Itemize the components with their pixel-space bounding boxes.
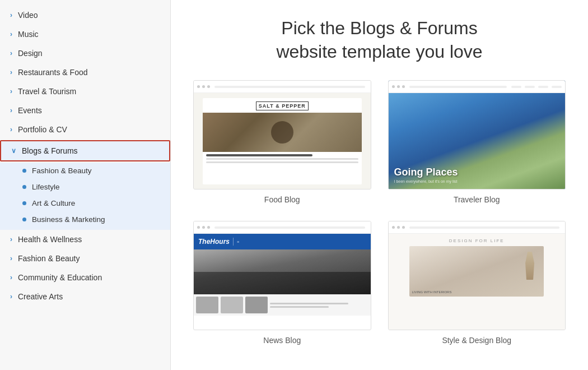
sidebar-item-community[interactable]: › Community & Education xyxy=(0,268,170,287)
news-thumb xyxy=(245,297,268,313)
sidebar-item-label: Music xyxy=(18,30,39,39)
browser-bar xyxy=(214,86,365,88)
news-line xyxy=(270,306,329,308)
style-hero-image: LIVING WITH INTERIORS xyxy=(409,246,544,297)
news-blog-preview: TheHours ≡ xyxy=(193,221,371,330)
template-card-food-blog[interactable]: SALT & PEPPER Food Blog xyxy=(193,80,371,204)
chevron-down-icon: ∨ xyxy=(11,147,16,155)
browser-dot xyxy=(202,85,205,88)
bullet-icon xyxy=(22,201,26,205)
style-caption: LIVING WITH INTERIORS xyxy=(412,290,451,294)
news-line xyxy=(270,303,348,304)
food-circle-element xyxy=(271,121,293,144)
chevron-right-icon: › xyxy=(10,126,12,133)
chevron-right-icon: › xyxy=(10,87,12,95)
page-title: Pick the Blogs & Forums website template… xyxy=(193,17,566,63)
browser-dot xyxy=(197,85,200,88)
sidebar-item-label: Events xyxy=(18,106,42,115)
browser-header xyxy=(389,81,566,93)
browser-dot xyxy=(202,226,205,229)
template-card-traveler-blog[interactable]: Going Places I been everywhere, but it's… xyxy=(388,80,566,204)
template-card-style-blog[interactable]: DESIGN FOR LIFE LIVING WITH INTERIORS St… xyxy=(388,221,566,345)
sidebar-item-label: Blogs & Forums xyxy=(22,146,78,155)
browser-dot xyxy=(402,85,405,88)
chevron-right-icon: › xyxy=(10,235,12,243)
news-thumbnails xyxy=(194,294,371,316)
sidebar-item-health[interactable]: › Health & Wellness xyxy=(0,230,170,249)
browser-dot xyxy=(197,226,200,229)
sub-item-label: Lifestyle xyxy=(32,183,60,191)
sidebar-item-label: Portfolio & CV xyxy=(18,125,67,134)
style-vase-element xyxy=(524,252,535,280)
sidebar-item-label: Creative Arts xyxy=(18,292,63,301)
sidebar-item-video[interactable]: › Video xyxy=(0,6,170,25)
sub-item-fashion[interactable]: Fashion & Beauty xyxy=(0,163,170,179)
browser-dot xyxy=(207,85,210,88)
sidebar-item-music[interactable]: › Music xyxy=(0,25,170,44)
news-thumb xyxy=(196,297,218,313)
browser-dot xyxy=(392,85,395,88)
browser-bar xyxy=(214,226,365,229)
browser-bar xyxy=(409,86,507,88)
sidebar-item-label: Health & Wellness xyxy=(18,235,82,244)
news-hero-image xyxy=(194,249,371,294)
news-logo: TheHours xyxy=(198,238,230,246)
sidebar-item-portfolio[interactable]: › Portfolio & CV xyxy=(0,120,170,139)
sidebar-item-label: Community & Education xyxy=(18,273,102,282)
food-blog-preview: SALT & PEPPER xyxy=(193,80,371,189)
sub-item-label: Fashion & Beauty xyxy=(32,166,92,175)
traveler-hero-image: Going Places I been everywhere, but it's… xyxy=(389,93,566,189)
sidebar: › Video › Music › Design › Restaurants &… xyxy=(0,0,171,370)
browser-dot xyxy=(207,226,210,229)
chevron-right-icon: › xyxy=(10,274,12,281)
template-label: News Blog xyxy=(263,336,301,345)
chevron-right-icon: › xyxy=(10,293,12,300)
sidebar-item-events[interactable]: › Events xyxy=(0,101,170,120)
bullet-icon xyxy=(22,185,26,189)
template-grid: SALT & PEPPER Food Blog xyxy=(193,80,566,345)
template-card-news-blog[interactable]: TheHours ≡ xyxy=(193,221,371,345)
sub-item-label: Art & Culture xyxy=(32,199,75,207)
traveler-blog-preview: Going Places I been everywhere, but it's… xyxy=(388,80,566,189)
sidebar-item-label: Fashion & Beauty xyxy=(18,254,80,263)
food-body-line xyxy=(206,158,358,160)
sidebar-item-label: Restaurants & Food xyxy=(18,68,88,77)
sub-item-lifestyle[interactable]: Lifestyle xyxy=(0,179,170,195)
going-places-heading: Going Places xyxy=(394,166,458,179)
browser-dot xyxy=(392,226,395,229)
sidebar-item-creative[interactable]: › Creative Arts xyxy=(0,287,170,306)
news-hero-overlay xyxy=(194,272,371,294)
sub-item-art[interactable]: Art & Culture xyxy=(0,195,170,211)
sidebar-item-travel[interactable]: › Travel & Tourism xyxy=(0,82,170,101)
sidebar-item-restaurants[interactable]: › Restaurants & Food xyxy=(0,63,170,82)
food-body-line xyxy=(206,161,358,163)
sidebar-item-design[interactable]: › Design xyxy=(0,44,170,63)
blogs-sub-items: Fashion & Beauty Lifestyle Art & Culture… xyxy=(0,163,170,230)
main-content: Pick the Blogs & Forums website template… xyxy=(171,0,588,370)
browser-header xyxy=(194,81,371,93)
sub-item-business[interactable]: Business & Marketing xyxy=(0,211,170,228)
sidebar-item-label: Video xyxy=(18,11,38,20)
style-blog-logo: DESIGN FOR LIFE xyxy=(449,238,505,243)
news-blog-body: TheHours ≡ xyxy=(194,234,371,330)
chevron-right-icon: › xyxy=(10,11,12,19)
browser-dot xyxy=(397,226,400,229)
news-top-bar: TheHours ≡ xyxy=(194,234,371,249)
going-places-sub: I been everywhere, but it's on my list xyxy=(394,179,458,183)
browser-header xyxy=(389,221,566,234)
browser-bar xyxy=(409,226,560,229)
food-blog-content: SALT & PEPPER xyxy=(203,98,362,184)
news-tag: ≡ xyxy=(237,240,239,244)
sidebar-item-blogs[interactable]: ∨ Blogs & Forums xyxy=(0,140,170,161)
chevron-right-icon: › xyxy=(10,255,12,262)
salt-pepper-logo: SALT & PEPPER xyxy=(256,101,309,110)
sidebar-item-label: Design xyxy=(18,49,43,58)
sidebar-item-fashion-beauty[interactable]: › Fashion & Beauty xyxy=(0,249,170,268)
news-text-lines xyxy=(270,297,368,313)
browser-dot xyxy=(397,85,400,88)
bullet-icon xyxy=(22,169,26,173)
chevron-right-icon: › xyxy=(10,68,12,76)
food-text-block xyxy=(203,152,362,167)
chevron-right-icon: › xyxy=(10,107,12,114)
sidebar-item-label: Travel & Tourism xyxy=(18,87,76,96)
